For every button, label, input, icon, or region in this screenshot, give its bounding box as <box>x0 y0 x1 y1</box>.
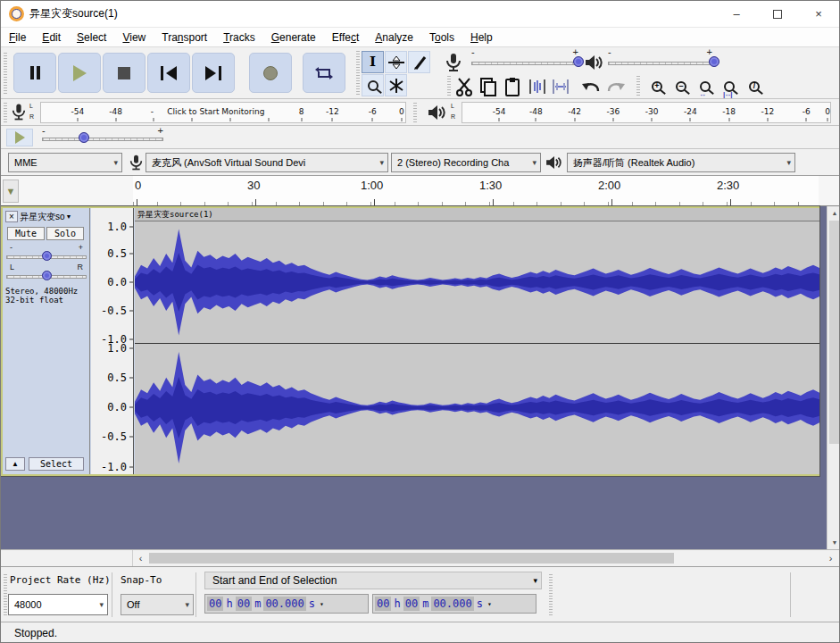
draw-tool-button[interactable] <box>408 51 430 73</box>
copy-button[interactable] <box>477 75 500 98</box>
time-ruler[interactable]: 0 30 1:00 1:30 2:00 2:30 <box>133 176 819 205</box>
menu-analyze[interactable]: Analyze <box>367 31 421 44</box>
recording-meter[interactable]: -54 -48 - Click to Start Monitoring 8 -1… <box>40 102 406 123</box>
audio-host-dropdown[interactable]: MME ▾ <box>8 153 122 172</box>
copy-icon <box>478 77 498 96</box>
snap-to-dropdown[interactable]: Off ▾ <box>121 594 194 615</box>
zoom-out-button[interactable]: – <box>670 75 693 98</box>
paste-button[interactable] <box>501 75 524 98</box>
vertical-scale-ruler[interactable]: 1.0 0.5 0.0 -0.5 -1.0 1.0 0.5 0.0 -0.5 -… <box>91 208 134 474</box>
pan-slider[interactable]: L R <box>6 265 87 283</box>
menu-effect[interactable]: Effect <box>324 31 367 44</box>
clip-title[interactable]: 异星灾变source(1) <box>135 208 819 221</box>
scroll-up-button[interactable]: ▲ <box>828 206 840 220</box>
waveform-clip[interactable]: 异星灾变source(1) <box>135 208 819 474</box>
gain-slider[interactable]: - + <box>6 246 87 263</box>
speed-slider[interactable]: - + <box>42 129 163 148</box>
menu-transport[interactable]: Transport <box>154 31 215 44</box>
close-button[interactable]: × <box>798 1 839 28</box>
scroll-right-button[interactable]: › <box>823 550 838 566</box>
record-meter-grip[interactable] <box>4 103 7 122</box>
project-rate-dropdown[interactable]: 48000 ▾ <box>8 594 108 615</box>
horizontal-scroll-thumb[interactable] <box>149 553 674 564</box>
scroll-down-button[interactable]: ▼ <box>828 536 840 549</box>
zoom-toggle-button[interactable]: / <box>743 75 766 98</box>
selection-end-field[interactable]: 00 h 00 m 00.000 s ▾ <box>372 594 536 614</box>
timeline-options-button[interactable]: ▼ <box>3 180 19 203</box>
chevron-down-icon: ▾ <box>533 576 537 585</box>
track-name-dropdown[interactable]: 异星灾变so ▼ <box>20 210 87 223</box>
playback-meter[interactable]: -54 -48 -42 -36 -30 -24 -18 -12 -6 0 <box>462 102 831 123</box>
redo-button[interactable] <box>604 75 628 98</box>
audio-track[interactable]: × 异星灾变so ▼ Mute Solo - + L R <box>1 206 819 476</box>
play-at-speed-button[interactable] <box>6 129 33 146</box>
toolbar-grip[interactable] <box>4 53 7 94</box>
mute-button[interactable]: Mute <box>7 227 45 240</box>
playback-device-dropdown[interactable]: 扬声器/听筒 (Realtek Audio) ▾ <box>567 153 795 172</box>
skip-to-end-button[interactable] <box>192 53 235 93</box>
snap-to-label: Snap-To <box>121 574 162 586</box>
vertical-scrollbar[interactable]: ▲ ▼ <box>827 206 840 549</box>
audacity-logo-icon <box>9 6 24 21</box>
tick <box>129 378 133 379</box>
zoom-grip[interactable] <box>636 76 640 97</box>
silence-audio-icon <box>551 78 570 96</box>
solo-button[interactable]: Solo <box>46 227 84 240</box>
play-meter-grip[interactable] <box>413 103 417 122</box>
undo-button[interactable] <box>579 75 603 98</box>
playback-volume-thumb[interactable] <box>709 56 719 67</box>
cut-button[interactable] <box>453 75 476 98</box>
loop-button[interactable] <box>303 53 345 93</box>
stop-button[interactable] <box>103 53 146 93</box>
menu-select[interactable]: Select <box>69 31 114 44</box>
selection-grip[interactable] <box>4 574 7 617</box>
menu-edit[interactable]: Edit <box>34 31 69 44</box>
scroll-left-button[interactable]: ‹ <box>133 550 148 566</box>
fit-selection-button[interactable]: ↔ <box>694 75 717 98</box>
time-grip[interactable] <box>549 574 553 617</box>
waveform-channel-left[interactable] <box>135 221 819 343</box>
tick <box>129 311 133 312</box>
envelope-tool-button[interactable] <box>385 51 407 73</box>
menu-tools[interactable]: Tools <box>421 31 462 44</box>
tools-grip[interactable] <box>356 51 360 96</box>
waveform-channel-right[interactable] <box>135 344 819 472</box>
track-close-button[interactable]: × <box>5 211 18 222</box>
horizontal-scrollbar[interactable]: ‹ › <box>1 549 839 566</box>
recording-channels-dropdown[interactable]: 2 (Stereo) Recording Cha ▾ <box>391 153 541 172</box>
recording-volume-thumb[interactable] <box>573 56 584 67</box>
selection-tool-button[interactable]: I <box>362 51 384 73</box>
track-select-button[interactable]: Select <box>29 457 84 471</box>
selection-mode-dropdown[interactable]: Start and End of Selection ▾ <box>204 572 542 589</box>
maximize-button[interactable] <box>757 1 798 28</box>
monitoring-text[interactable]: Click to Start Monitoring <box>167 107 264 116</box>
zoom-tool-button[interactable] <box>362 74 384 96</box>
recording-volume-slider[interactable]: - + <box>471 53 578 72</box>
speed-thumb[interactable] <box>79 132 89 143</box>
menu-generate[interactable]: Generate <box>263 31 324 44</box>
fit-project-button[interactable]: |↔| <box>718 75 741 98</box>
menu-help[interactable]: Help <box>462 31 501 44</box>
pause-button[interactable] <box>13 53 56 93</box>
playback-volume-slider[interactable]: - + <box>608 53 712 72</box>
menu-file[interactable]: File <box>1 31 34 44</box>
trim-audio-button[interactable] <box>526 75 549 98</box>
chevron-down-icon[interactable]: ▾ <box>320 600 324 608</box>
chevron-down-icon[interactable]: ▾ <box>487 600 492 608</box>
vertical-scroll-thumb[interactable] <box>829 221 840 444</box>
minimize-button[interactable]: – <box>716 1 757 28</box>
recording-device-dropdown[interactable]: 麦克风 (AnvSoft Virtual Sound Devi ▾ <box>146 153 388 172</box>
selection-start-field[interactable]: 00 h 00 m 00.000 s ▾ <box>204 594 369 614</box>
silence-audio-button[interactable] <box>549 75 572 98</box>
collapse-track-button[interactable]: ▲ <box>5 457 25 471</box>
skip-to-start-button[interactable] <box>147 53 190 93</box>
zoom-in-button[interactable]: + <box>645 75 669 98</box>
menu-view[interactable]: View <box>114 31 154 44</box>
gain-thumb[interactable] <box>42 251 52 261</box>
multi-tool-button[interactable] <box>385 74 407 96</box>
pan-thumb[interactable] <box>42 271 52 280</box>
record-button[interactable] <box>249 53 292 93</box>
edit-grip[interactable] <box>447 76 451 97</box>
menu-tracks[interactable]: Tracks <box>215 31 263 44</box>
play-button[interactable] <box>58 53 101 93</box>
